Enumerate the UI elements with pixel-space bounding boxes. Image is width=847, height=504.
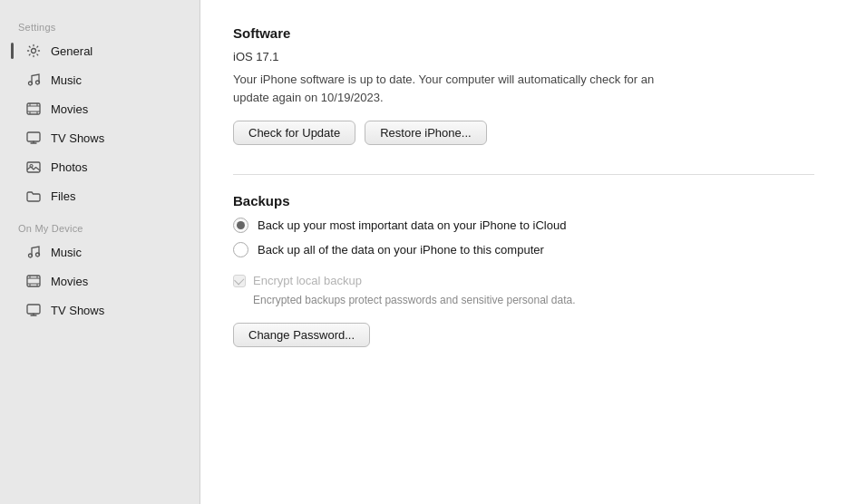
sidebar-item-movies[interactable]: Movies [5, 94, 194, 123]
change-password-button[interactable]: Change Password... [233, 323, 370, 347]
sidebar-item-photos[interactable]: Photos [5, 152, 194, 181]
svg-point-1 [28, 82, 32, 85]
svg-point-2 [35, 81, 39, 84]
backup-computer-option[interactable]: Back up all of the data on your iPhone t… [233, 242, 814, 257]
sidebar-item-device-music-label: Music [51, 246, 82, 259]
sidebar-item-device-tvshows-label: TV Shows [51, 304, 104, 317]
sidebar-item-device-tvshows[interactable]: TV Shows [5, 296, 194, 325]
backups-section: Backups Back up your most important data… [233, 193, 814, 347]
film-icon [25, 101, 42, 117]
device-music-icon [25, 244, 42, 260]
backup-radio-group: Back up your most important data on your… [233, 218, 814, 257]
sidebar-item-device-movies[interactable]: Movies [5, 267, 194, 296]
sidebar-item-music[interactable]: Music [5, 65, 194, 94]
encrypt-description: Encrypted backups protect passwords and … [253, 293, 814, 308]
on-device-section-label: On My Device [0, 216, 200, 237]
encrypt-label: Encrypt local backup [253, 274, 362, 287]
change-password-row: Change Password... [233, 323, 814, 347]
sidebar-item-tvshows-label: TV Shows [51, 131, 104, 145]
svg-rect-3 [27, 103, 40, 114]
sidebar-item-photos-label: Photos [51, 160, 87, 174]
backup-icloud-option[interactable]: Back up your most important data on your… [233, 218, 814, 233]
svg-rect-10 [27, 132, 40, 141]
photo-icon [25, 159, 42, 175]
svg-rect-15 [27, 276, 40, 286]
sidebar-item-music-label: Music [51, 73, 82, 87]
svg-point-13 [28, 254, 32, 257]
sidebar-item-device-music[interactable]: Music [5, 237, 194, 267]
backup-computer-label: Back up all of the data on your iPhone t… [258, 243, 544, 257]
sidebar-item-general[interactable]: General [5, 36, 194, 65]
sidebar-item-device-movies-label: Movies [51, 275, 88, 288]
device-tv-icon [25, 302, 42, 318]
sidebar-item-movies-label: Movies [51, 102, 88, 116]
software-version: iOS 17.1 [233, 50, 814, 63]
restore-iphone-button[interactable]: Restore iPhone... [365, 121, 486, 145]
software-description: Your iPhone software is up to date. Your… [233, 71, 686, 106]
svg-point-0 [32, 49, 36, 53]
tv-icon [25, 130, 42, 146]
gear-icon [25, 43, 42, 59]
backup-icloud-radio[interactable] [233, 218, 248, 233]
backup-icloud-label: Back up your most important data on your… [258, 218, 566, 232]
encrypt-row: Encrypt local backup [233, 274, 814, 287]
check-update-button[interactable]: Check for Update [233, 121, 355, 145]
svg-rect-22 [27, 305, 40, 314]
sidebar: Settings General Music [0, 0, 200, 504]
check-mark-icon [234, 275, 244, 285]
svg-rect-11 [27, 162, 40, 172]
device-film-icon [25, 273, 42, 289]
backup-computer-radio[interactable] [233, 242, 248, 257]
software-section: Software iOS 17.1 Your iPhone software i… [233, 25, 814, 145]
software-button-row: Check for Update Restore iPhone... [233, 121, 814, 145]
main-content: Software iOS 17.1 Your iPhone software i… [200, 0, 847, 504]
sidebar-item-general-label: General [51, 44, 92, 58]
settings-section-label: Settings [0, 15, 200, 36]
backups-section-title: Backups [233, 193, 814, 208]
svg-point-14 [35, 253, 39, 257]
section-divider [233, 174, 814, 175]
encrypt-checkbox[interactable] [233, 275, 246, 287]
folder-icon [25, 188, 42, 204]
music-icon [25, 72, 42, 88]
sidebar-item-files[interactable]: Files [5, 181, 194, 210]
sidebar-item-tvshows[interactable]: TV Shows [5, 123, 194, 152]
software-section-title: Software [233, 25, 814, 41]
sidebar-item-files-label: Files [51, 189, 75, 203]
